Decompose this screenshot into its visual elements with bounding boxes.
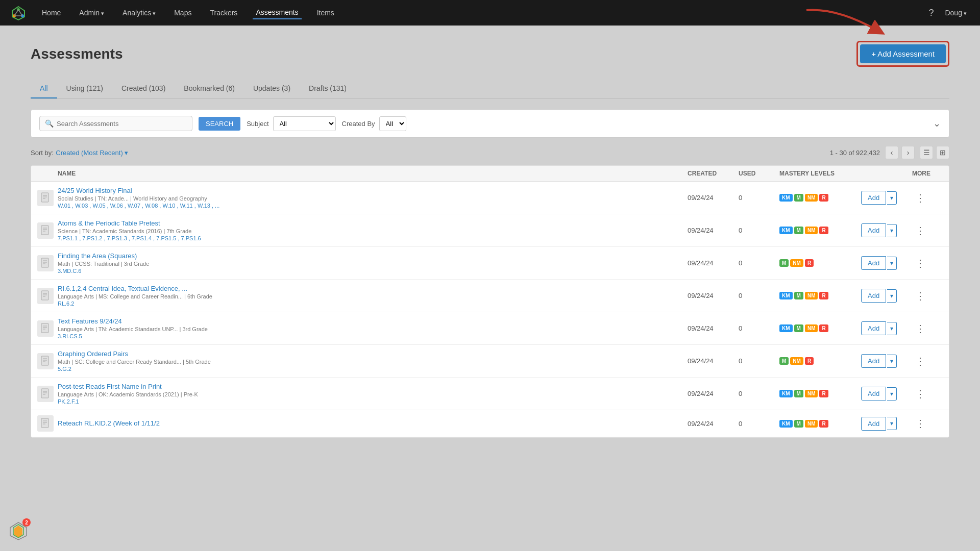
add-row-button[interactable]: Add xyxy=(861,191,886,205)
mastery-badges: KMMNMR xyxy=(779,324,861,332)
add-row-dropdown[interactable]: ▾ xyxy=(887,224,897,237)
row-meta: Math | SC: College and Career Ready Stan… xyxy=(58,359,688,365)
nav-maps[interactable]: Maps xyxy=(171,7,194,19)
more-button[interactable]: ⋮ xyxy=(912,416,928,431)
more-options: ⋮ xyxy=(912,191,943,205)
more-button[interactable]: ⋮ xyxy=(912,387,928,401)
row-created-date: 09/24/24 xyxy=(688,390,739,397)
app-logo[interactable] xyxy=(10,5,27,21)
mastery-badges: MNMR xyxy=(779,357,861,365)
tab-all[interactable]: All xyxy=(31,79,57,98)
nav-trackers[interactable]: Trackers xyxy=(207,7,240,19)
more-options: ⋮ xyxy=(912,321,943,336)
badge-r: R xyxy=(819,390,828,397)
more-button[interactable]: ⋮ xyxy=(912,256,928,270)
badge-r: R xyxy=(819,292,828,299)
nav-home[interactable]: Home xyxy=(39,7,64,19)
row-title[interactable]: Post-test Reads First Name in Print xyxy=(58,383,688,390)
more-button[interactable]: ⋮ xyxy=(912,223,928,238)
tab-created[interactable]: Created (103) xyxy=(112,79,175,98)
row-doc-icon xyxy=(37,222,54,239)
row-title[interactable]: Atoms & the Periodic Table Pretest xyxy=(58,219,688,227)
count-info: 1 - 30 of 922,432 ‹ › ☰ ⊞ xyxy=(830,146,949,159)
row-title[interactable]: Text Features 9/24/24 xyxy=(58,317,688,325)
add-row-dropdown[interactable]: ▾ xyxy=(887,257,897,270)
topbar-right: ? Doug xyxy=(928,7,970,19)
row-created-date: 09/24/24 xyxy=(688,227,739,234)
add-row-dropdown[interactable]: ▾ xyxy=(887,289,897,303)
more-options: ⋮ xyxy=(912,289,943,303)
nav-analytics[interactable]: Analytics xyxy=(119,7,159,19)
prev-page-button[interactable]: ‹ xyxy=(885,146,898,159)
add-row-dropdown[interactable]: ▾ xyxy=(887,387,897,400)
nav-assessments[interactable]: Assessments xyxy=(253,6,301,19)
row-title[interactable]: Graphing Ordered Pairs xyxy=(58,350,688,358)
row-title[interactable]: 24/25 World History Final xyxy=(58,187,688,194)
col-icon xyxy=(37,170,58,177)
row-doc-icon xyxy=(37,255,54,271)
search-input[interactable] xyxy=(57,120,187,128)
svg-rect-19 xyxy=(41,291,48,300)
nav-items[interactable]: Items xyxy=(314,7,337,19)
expand-icon[interactable]: ⌄ xyxy=(933,118,941,129)
nav-admin[interactable]: Admin xyxy=(76,7,107,19)
row-created-date: 09/24/24 xyxy=(688,324,739,332)
badge-m: M xyxy=(779,357,789,365)
add-row-dropdown[interactable]: ▾ xyxy=(887,355,897,368)
list-view-button[interactable]: ☰ xyxy=(920,146,933,159)
help-icon[interactable]: ? xyxy=(928,8,934,18)
next-page-button[interactable]: › xyxy=(901,146,915,159)
row-created-date: 09/24/24 xyxy=(688,292,739,299)
grid-view-button[interactable]: ⊞ xyxy=(936,146,949,159)
created-by-filter: Created By All xyxy=(342,116,406,131)
add-assessment-button[interactable]: + Add Assessment xyxy=(860,44,946,63)
add-row-buttons: Add ▾ xyxy=(861,354,912,368)
tab-drafts[interactable]: Drafts (131) xyxy=(300,79,356,98)
add-row-button[interactable]: Add xyxy=(861,256,886,270)
badge-m: M xyxy=(794,227,803,234)
search-button[interactable]: SEARCH xyxy=(199,117,240,131)
row-created-date: 09/24/24 xyxy=(688,357,739,365)
subject-select[interactable]: All Math Science Language Arts Social St… xyxy=(273,116,336,131)
add-row-button[interactable]: Add xyxy=(861,223,886,237)
svg-rect-15 xyxy=(41,258,48,267)
table-row: Graphing Ordered Pairs Math | SC: Colleg… xyxy=(31,345,949,378)
more-button[interactable]: ⋮ xyxy=(912,321,928,336)
badge-m: M xyxy=(779,259,789,267)
add-row-button[interactable]: Add xyxy=(861,289,886,303)
row-title[interactable]: Finding the Area (Squares) xyxy=(58,252,688,260)
add-row-dropdown[interactable]: ▾ xyxy=(887,417,897,430)
more-options: ⋮ xyxy=(912,223,943,238)
user-menu[interactable]: Doug xyxy=(942,7,970,19)
row-created-date: 09/24/24 xyxy=(688,259,739,267)
badge-nm: NM xyxy=(805,292,818,299)
add-row-button[interactable]: Add xyxy=(861,417,886,431)
tab-bookmarked[interactable]: Bookmarked (6) xyxy=(175,79,244,98)
pagination-range: 1 - 30 of 922,432 xyxy=(830,149,880,157)
row-title[interactable]: Reteach RL.KID.2 (Week of 1/11/2 xyxy=(58,419,688,427)
more-button[interactable]: ⋮ xyxy=(912,354,928,368)
row-standards: PK.2.F.1 xyxy=(58,398,688,405)
more-button[interactable]: ⋮ xyxy=(912,289,928,303)
sort-value[interactable]: Created (Most Recent) xyxy=(56,149,128,157)
row-title[interactable]: RI.6.1,2,4 Central Idea, Textual Evidenc… xyxy=(58,285,688,292)
add-row-button[interactable]: Add xyxy=(861,321,886,335)
search-bar: 🔍 SEARCH Subject All Math Science Langua… xyxy=(31,109,949,138)
more-button[interactable]: ⋮ xyxy=(912,191,928,205)
add-row-button[interactable]: Add xyxy=(861,354,886,368)
add-row-dropdown[interactable]: ▾ xyxy=(887,322,897,335)
created-by-label: Created By xyxy=(342,120,375,128)
more-options: ⋮ xyxy=(912,256,943,270)
created-by-select[interactable]: All xyxy=(379,116,406,131)
row-standards: 5.G.2 xyxy=(58,366,688,372)
add-row-button[interactable]: Add xyxy=(861,387,886,400)
more-options: ⋮ xyxy=(912,387,943,401)
mastery-badges: KMMNMR xyxy=(779,420,861,428)
col-used: USED xyxy=(739,170,779,177)
tab-updates[interactable]: Updates (3) xyxy=(244,79,300,98)
badge-m: M xyxy=(794,324,803,332)
tab-using[interactable]: Using (121) xyxy=(57,79,112,98)
row-info: 24/25 World History Final Social Studies… xyxy=(58,187,688,209)
add-row-dropdown[interactable]: ▾ xyxy=(887,191,897,205)
bottom-logo[interactable]: 2 xyxy=(8,520,31,543)
